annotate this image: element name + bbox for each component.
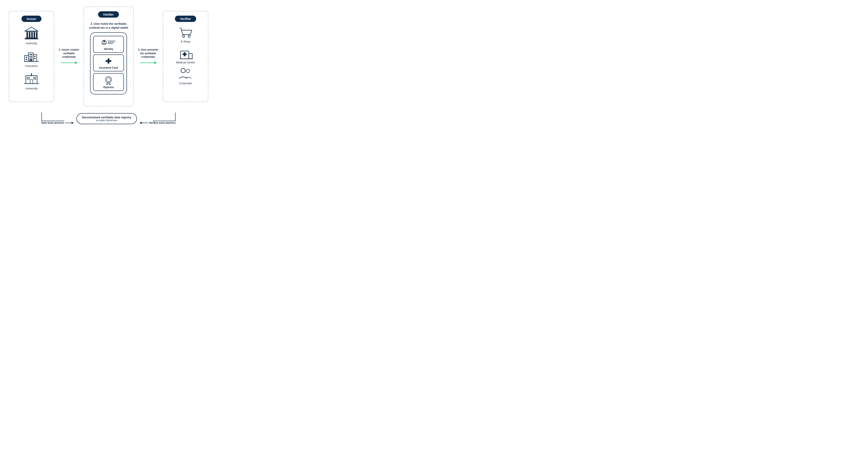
arrow2-section: 3. User presents his verifiable credenti…: [137, 48, 159, 65]
svg-rect-10: [26, 57, 27, 58]
svg-marker-48: [154, 61, 157, 64]
svg-rect-9: [25, 55, 28, 61]
verifier-panel: Verifier E-Shop: [163, 11, 208, 102]
holder-title: Holder: [98, 11, 119, 18]
authority-icon: [24, 26, 39, 40]
arrow1-section: 1. Issuer creates verifiable credientals: [58, 48, 80, 65]
svg-rect-24: [30, 80, 33, 84]
svg-rect-4: [29, 32, 30, 37]
svg-rect-15: [30, 56, 31, 58]
verifies-arrow-row: Verifies trust anchors: [140, 121, 176, 125]
svg-rect-6: [34, 32, 35, 37]
insurance-label: Insurance: [25, 64, 37, 67]
svg-rect-16: [31, 56, 32, 58]
authority-label: Authority: [26, 42, 37, 45]
university-label: University: [25, 87, 37, 90]
svg-rect-20: [34, 56, 35, 57]
svg-point-35: [103, 40, 105, 42]
holder-desc: 2. User holds the verifiable credenti-al…: [88, 22, 129, 30]
eshop-icon: [178, 26, 193, 39]
arrow1-icon: [60, 61, 78, 65]
svg-rect-18: [31, 58, 32, 61]
arrow1-label: 1. Issuer creates verifiable credientals: [58, 48, 80, 59]
verifier-title: Verifier: [175, 16, 196, 22]
verifier-item-corporate: Corporate: [178, 67, 193, 85]
identity-card: Identity: [93, 36, 124, 53]
svg-rect-17: [30, 58, 31, 61]
phone-wrapper: Identity Insurance Card: [90, 32, 127, 94]
svg-marker-8: [25, 27, 38, 31]
insurance-card-icon: [103, 57, 114, 65]
bracket-right: [153, 113, 176, 121]
bottom-left: Sets trust anchors: [41, 113, 74, 125]
eshop-label: E-Shop: [181, 40, 190, 43]
svg-rect-21: [34, 58, 35, 59]
svg-rect-11: [26, 59, 27, 60]
svg-marker-33: [75, 61, 78, 64]
svg-point-42: [106, 78, 111, 82]
svg-rect-52: [189, 54, 192, 59]
verifier-item-medical: Medical Center: [176, 47, 195, 64]
issuer-item-university: University: [24, 71, 39, 90]
issuer-item-authority: Authority: [24, 26, 39, 45]
medical-label: Medical Center: [176, 61, 195, 64]
medical-icon: [178, 47, 193, 60]
issuer-panel: Issuer: [9, 11, 54, 102]
bottom-section: Sets trust anchors Decentralized verifia…: [9, 113, 208, 125]
svg-rect-14: [31, 54, 32, 55]
svg-rect-12: [28, 53, 33, 61]
registry-sub: on public blockchain: [82, 119, 131, 122]
sets-arrow-row: Sets trust anchors: [41, 121, 74, 125]
svg-point-57: [186, 69, 190, 73]
svg-rect-54: [183, 54, 187, 55]
diploma-label: Diploma: [103, 86, 114, 89]
corporate-label: Corporate: [179, 82, 192, 85]
identity-label: Identity: [104, 48, 113, 51]
verifies-trust-label: Verifies trust anchors: [149, 121, 176, 124]
svg-rect-3: [27, 32, 28, 37]
svg-rect-29: [31, 73, 32, 76]
svg-rect-1: [25, 38, 38, 39]
diploma-icon: [103, 75, 114, 85]
arrow2-label: 3. User presents his verifiable credenti…: [137, 48, 159, 59]
diagram-container: Issuer: [4, 0, 213, 133]
insurance-card-label: Insurance Card: [99, 66, 118, 69]
svg-marker-61: [140, 122, 142, 124]
sets-trust-label: Sets trust anchors: [41, 121, 64, 124]
identity-icon: [100, 38, 117, 47]
insurance-card: Insurance Card: [93, 55, 124, 71]
issuer-item-insurance: Insurance: [24, 49, 39, 67]
verifier-item-eshop: E-Shop: [178, 26, 193, 43]
svg-rect-7: [36, 32, 37, 37]
svg-rect-5: [31, 32, 33, 37]
university-icon: [24, 71, 39, 86]
diploma-card: Diploma: [93, 73, 124, 91]
svg-rect-40: [106, 60, 111, 62]
bracket-left: [41, 113, 64, 121]
svg-point-50: [188, 35, 190, 37]
svg-point-56: [181, 68, 185, 73]
svg-point-41: [105, 77, 112, 83]
holder-panel: Holder 2. User holds the verifiable cred…: [84, 6, 133, 107]
sets-arrow-icon: [65, 121, 74, 125]
svg-rect-13: [30, 54, 31, 55]
svg-point-49: [183, 35, 185, 37]
verifies-arrow-icon: [140, 121, 148, 125]
issuer-items: Authority: [12, 26, 50, 90]
verifier-items: E-Shop Medical Center: [167, 26, 205, 85]
registry-box: Decentralized verifiable data registry o…: [76, 113, 137, 124]
registry-title: Decentralized verifiable data registry: [82, 116, 131, 119]
top-row: Issuer: [9, 6, 208, 107]
bottom-right: Verifies trust anchors: [140, 113, 176, 125]
insurance-icon: [24, 49, 39, 63]
svg-marker-59: [72, 122, 74, 124]
issuer-title: Issuer: [22, 16, 41, 22]
arrow2-icon: [140, 61, 157, 65]
corporate-icon: [178, 67, 193, 81]
svg-rect-2: [25, 37, 37, 38]
